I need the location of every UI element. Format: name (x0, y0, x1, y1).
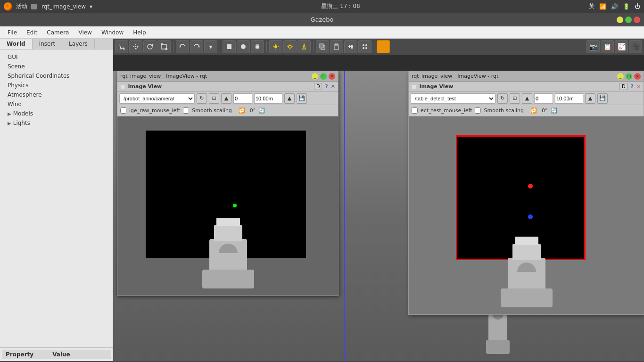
img-win1-close-btn[interactable]: ✕ (329, 73, 335, 80)
atmosphere-label: Atmosphere (8, 91, 42, 98)
img-win2-min-btn[interactable]: _ (617, 73, 624, 80)
menu-view[interactable]: View (74, 28, 95, 37)
img-win1-smooth-checkbox[interactable] (183, 107, 189, 114)
img-win1-green-dot (233, 204, 237, 207)
app-dropdown-icon[interactable]: ▾ (90, 3, 92, 10)
img-win1-d-btn[interactable]: D (314, 83, 322, 90)
paste-btn[interactable] (330, 40, 343, 53)
img-win2-save-btn[interactable]: 💾 (597, 93, 608, 104)
img-win2-num1[interactable] (534, 93, 553, 104)
img-win1-zoom-fit-btn[interactable]: ⊡ (209, 93, 219, 104)
activity-label: 活动 (16, 2, 27, 10)
scale-tool-btn[interactable] (157, 40, 171, 53)
img-win1-min-btn[interactable]: _ (312, 73, 318, 80)
img-win2-zoom-fit-btn[interactable]: ⊡ (510, 93, 520, 104)
tree-item-wind[interactable]: Wind (0, 99, 113, 109)
tree-item-lights[interactable]: ▶ Lights (0, 118, 113, 128)
align-btn[interactable] (344, 40, 357, 53)
img-win1-max-btn[interactable]: □ (320, 73, 327, 80)
camera-btn[interactable]: 📷 (586, 40, 600, 53)
redo-btn[interactable] (190, 40, 203, 53)
menu-edit[interactable]: Edit (23, 28, 41, 37)
img-win2-num2-up-btn[interactable]: ▲ (585, 93, 595, 104)
value-col: Value (52, 351, 70, 358)
img-win1-refresh-btn[interactable]: ↻ (197, 93, 207, 104)
tab-world[interactable]: World (0, 39, 33, 49)
img-win1-canvas[interactable] (117, 116, 339, 296)
tab-layers[interactable]: Layers (62, 39, 95, 49)
copy-btn[interactable] (316, 40, 329, 53)
img-win2-angle: 0° (542, 107, 548, 114)
snap-btn[interactable] (358, 40, 372, 53)
img-win2-d-btn[interactable]: D (619, 83, 627, 90)
svg-rect-40 (202, 270, 254, 288)
tree-item-physics[interactable]: Physics (0, 81, 113, 90)
lang-indicator: 英 (589, 2, 594, 10)
gazebo-viewport[interactable]: rqt_image_view__ImageView - rqt _ □ ✕ ■ … (113, 71, 644, 361)
img-win2-max-btn[interactable]: □ (626, 73, 632, 80)
img-win1-help-icon[interactable]: ? (325, 83, 328, 90)
sun-btn[interactable] (269, 40, 282, 53)
menu-window[interactable]: Window (98, 28, 127, 37)
select-tool-btn[interactable] (115, 40, 128, 53)
img-win1-num2[interactable] (254, 93, 282, 104)
svg-rect-23 (335, 44, 338, 45)
sphere-btn[interactable] (237, 40, 250, 53)
img-win2-num2[interactable] (555, 93, 583, 104)
img-win1-save-btn[interactable]: 💾 (297, 93, 307, 104)
tree-item-scene[interactable]: Scene (0, 62, 113, 71)
minimize-btn[interactable] (617, 16, 623, 23)
power-icon[interactable]: ⏻ (635, 3, 640, 10)
tab-insert[interactable]: Insert (33, 39, 62, 49)
img-win2-refresh-btn[interactable]: ↻ (497, 93, 508, 104)
img-win1-close-x[interactable]: ✕ (331, 83, 335, 90)
tree-item-models[interactable]: ▶ Models (0, 109, 113, 118)
log-btn[interactable]: 📋 (601, 40, 614, 53)
img-window-2-title[interactable]: rqt_image_view__ImageView - rqt _ □ ✕ (409, 71, 644, 82)
spot-light-btn[interactable] (297, 40, 311, 53)
maximize-btn[interactable] (625, 16, 632, 23)
active-tool-btn[interactable] (377, 40, 390, 53)
img-win1-zoom-up-btn[interactable]: ▲ (221, 93, 231, 104)
tree-item-gui[interactable]: GUI (0, 52, 113, 62)
menu-file[interactable]: File (4, 28, 21, 37)
rotate-tool-btn[interactable] (143, 40, 157, 53)
img-win1-topic-select[interactable]: /probot_anno/camera/ (119, 93, 195, 104)
move-tool-btn[interactable] (129, 40, 142, 53)
img-window-1-title[interactable]: rqt_image_view__ImageView - rqt _ □ ✕ (117, 71, 338, 82)
menu-camera[interactable]: Camera (43, 28, 73, 37)
img-win2-close-x[interactable]: ✕ (636, 83, 641, 90)
img-win2-toolbar: /table_detect_test ↻ ⊡ ▲ ▲ 💾 (409, 92, 644, 105)
img-win2-rotate-btn[interactable]: 🔁 (530, 107, 537, 114)
svg-rect-3 (161, 43, 163, 45)
img-win1-checkbox[interactable] (120, 107, 126, 114)
video-btn[interactable]: 🎥 (629, 40, 642, 53)
svg-point-14 (289, 45, 291, 48)
box-btn[interactable] (223, 40, 236, 53)
gui-label: GUI (8, 54, 18, 60)
img-win1-num2-up-btn[interactable]: ▲ (284, 93, 295, 104)
img-win2-checkbox[interactable] (412, 107, 418, 114)
tree-item-spherical[interactable]: Spherical Coordinates (0, 71, 113, 81)
chart-btn[interactable]: 📈 (615, 40, 628, 53)
img-win2-close-btn[interactable]: ✕ (634, 73, 641, 80)
img-win2-rotate2-btn[interactable]: 🔄 (551, 107, 557, 114)
img-win2-smooth-label: Smooth scaling (484, 107, 524, 114)
cylinder-btn[interactable] (251, 40, 264, 53)
img-win2-topic-select[interactable]: /table_detect_test (411, 93, 495, 104)
img-win1-rotate-btn[interactable]: 🔁 (239, 107, 245, 114)
img-win2-help-icon[interactable]: ? (630, 83, 633, 90)
viewport-area: ▾ (113, 39, 644, 361)
img-win2-canvas[interactable] (409, 116, 644, 314)
img-win1-rotate2-btn[interactable]: 🔄 (258, 107, 265, 114)
undo-btn[interactable] (176, 40, 189, 53)
point-light-btn[interactable] (283, 40, 297, 53)
img-window-1-title-text: rqt_image_view__ImageView - rqt (120, 73, 207, 79)
img-win2-zoom-up-btn[interactable]: ▲ (522, 93, 532, 104)
menu-help[interactable]: Help (129, 28, 149, 37)
img-win2-smooth-checkbox[interactable] (475, 107, 481, 114)
tree-item-atmosphere[interactable]: Atmosphere (0, 90, 113, 99)
close-btn[interactable] (634, 16, 640, 23)
img-win1-num1[interactable] (233, 93, 252, 104)
more-undo-btn[interactable]: ▾ (204, 40, 217, 53)
